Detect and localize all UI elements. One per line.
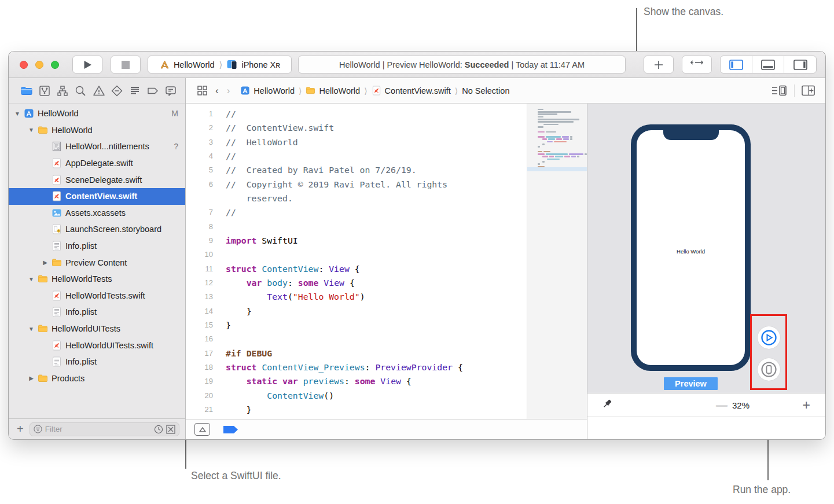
toggle-inspector-panel-button[interactable] xyxy=(784,56,816,73)
tab-project-navigator[interactable] xyxy=(19,83,34,98)
line-number[interactable]: 20 xyxy=(186,389,218,403)
close-window-button[interactable] xyxy=(20,61,28,69)
line-number[interactable]: 8 xyxy=(186,220,218,234)
file-tree-row[interactable]: ▼HelloWorldTests xyxy=(9,271,185,288)
line-number[interactable]: 16 xyxy=(186,332,218,346)
toggle-debug-panel-button[interactable] xyxy=(752,56,784,73)
add-file-button[interactable]: + xyxy=(17,422,24,436)
disclosure-triangle-icon[interactable]: ▼ xyxy=(27,276,35,282)
file-tree-row[interactable]: ▶Preview Content xyxy=(9,254,185,271)
toggle-navigator-panel-button[interactable] xyxy=(721,56,752,73)
tab-find-navigator[interactable] xyxy=(73,83,88,98)
pin-preview-button[interactable] xyxy=(601,398,613,412)
line-number[interactable]: 13 xyxy=(186,290,218,304)
minimap[interactable] xyxy=(527,104,587,419)
line-number[interactable]: 19 xyxy=(186,374,218,388)
file-tree-row[interactable]: ▼HelloWorldUITests xyxy=(9,321,185,337)
breakpoint-tag-icon[interactable] xyxy=(223,425,238,434)
scheme-selector[interactable]: HelloWorld ⟩ iPhone Xʀ xyxy=(148,56,292,73)
line-number[interactable]: 18 xyxy=(186,360,218,374)
go-back-button[interactable]: ‹ xyxy=(215,85,219,97)
arrows-left-right-icon xyxy=(690,60,704,69)
minimize-window-button[interactable] xyxy=(35,61,43,69)
clock-icon[interactable] xyxy=(154,425,163,434)
live-preview-button[interactable] xyxy=(758,326,780,349)
file-tree-row[interactable]: SceneDelegate.swift xyxy=(9,171,185,188)
filter-field[interactable]: Filter xyxy=(30,422,179,436)
line-number[interactable]: 11 xyxy=(186,262,218,276)
file-tree-row[interactable]: LaunchScreen.storyboard xyxy=(9,221,185,238)
disclosure-triangle-icon[interactable]: ▼ xyxy=(27,326,35,332)
zoom-window-button[interactable] xyxy=(51,61,59,69)
file-tree-row[interactable]: HelloWorldTests.swift xyxy=(9,288,185,304)
file-tree-row[interactable]: AppDelegate.swift xyxy=(9,155,185,172)
folder-crumb-icon xyxy=(306,86,315,95)
code-text: #if DEBUG xyxy=(218,347,272,360)
zoom-out-button[interactable]: — xyxy=(716,399,728,412)
code-text: struct ContentView: View { xyxy=(218,262,360,276)
file-tree-row[interactable]: Assets.xcassets xyxy=(9,205,185,222)
line-number[interactable]: 5 xyxy=(186,163,218,177)
go-forward-button[interactable]: › xyxy=(227,85,230,97)
line-number[interactable] xyxy=(186,192,218,205)
breadcrumb-item[interactable]: HelloWorld xyxy=(306,86,360,95)
file-tree-row[interactable]: Info.plist xyxy=(9,238,185,255)
source-control-status-filter-icon[interactable] xyxy=(166,425,175,434)
triangle-up-icon xyxy=(199,427,206,432)
code-text: // xyxy=(218,149,236,163)
line-number[interactable]: 6 xyxy=(186,178,218,192)
preview-on-device-button[interactable] xyxy=(758,358,780,381)
line-number[interactable]: 15 xyxy=(186,318,218,332)
file-tree-row[interactable]: ContentView.swift xyxy=(9,188,185,205)
toggle-debug-area-button[interactable] xyxy=(194,423,210,436)
line-number[interactable]: 14 xyxy=(186,304,218,318)
code-review-button[interactable] xyxy=(682,56,712,73)
zoom-percentage[interactable]: 32% xyxy=(732,400,750,410)
line-number[interactable]: 12 xyxy=(186,276,218,290)
library-button[interactable] xyxy=(644,56,674,73)
line-number[interactable]: 17 xyxy=(186,347,218,360)
line-number[interactable]: 1 xyxy=(186,107,218,121)
add-editor-icon[interactable] xyxy=(802,85,815,96)
file-tree-row[interactable]: ▼HelloWorldM xyxy=(9,105,185,122)
disclosure-triangle-icon[interactable]: ▼ xyxy=(13,111,21,117)
file-tree-row[interactable]: Info.plist xyxy=(9,354,185,370)
disclosure-triangle-icon[interactable]: ▶ xyxy=(27,375,35,381)
run-button[interactable] xyxy=(72,56,102,73)
file-tree-row[interactable]: HelloWorl...ntitlements? xyxy=(9,138,185,155)
breadcrumb-item[interactable]: ContentView.swift xyxy=(372,86,451,95)
tab-report-navigator[interactable] xyxy=(163,83,178,98)
file-tree-row[interactable]: Info.plist xyxy=(9,304,185,321)
disclosure-triangle-icon[interactable]: ▶ xyxy=(41,259,49,266)
line-number[interactable]: 7 xyxy=(186,205,218,219)
code-text: // Copyright © 2019 Ravi Patel. All righ… xyxy=(218,178,447,192)
file-tree-row[interactable]: HelloWorldUITests.swift xyxy=(9,337,185,354)
tab-source-control-navigator[interactable] xyxy=(37,83,52,98)
zoom-in-button[interactable]: + xyxy=(803,398,810,413)
canvas-area[interactable]: Hello World Preview xyxy=(587,104,825,393)
breadcrumb-item[interactable]: No Selection xyxy=(462,86,509,95)
stop-button[interactable] xyxy=(111,56,141,73)
editor-options-icon[interactable] xyxy=(771,85,787,96)
related-items-icon[interactable] xyxy=(197,86,207,95)
breadcrumb-item[interactable]: HelloWorld xyxy=(240,86,295,95)
tab-symbol-navigator[interactable] xyxy=(55,83,70,98)
tab-test-navigator[interactable] xyxy=(109,83,124,98)
tab-issue-navigator[interactable] xyxy=(91,83,106,98)
line-number[interactable]: 4 xyxy=(186,149,218,163)
line-number[interactable]: 21 xyxy=(186,403,218,417)
disclosure-triangle-icon[interactable]: ▼ xyxy=(27,127,35,133)
file-tree-row[interactable]: ▼HelloWorld xyxy=(9,122,185,139)
line-number[interactable]: 2 xyxy=(186,121,218,135)
source-editor[interactable]: 1//2// ContentView.swift3// HelloWorld4/… xyxy=(186,104,587,439)
line-number[interactable]: 10 xyxy=(186,248,218,262)
tab-debug-navigator[interactable] xyxy=(127,83,142,98)
line-number[interactable]: 3 xyxy=(186,135,218,149)
preview-badge[interactable]: Preview xyxy=(664,377,718,390)
minimap-highlight-band xyxy=(527,167,587,171)
code-area[interactable]: 1//2// ContentView.swift3// HelloWorld4/… xyxy=(186,104,587,419)
tab-breakpoint-navigator[interactable] xyxy=(145,83,160,98)
file-tree-row[interactable]: ▶Products xyxy=(9,370,185,387)
line-number[interactable]: 9 xyxy=(186,234,218,248)
code-text: var body: some View { xyxy=(218,276,355,290)
